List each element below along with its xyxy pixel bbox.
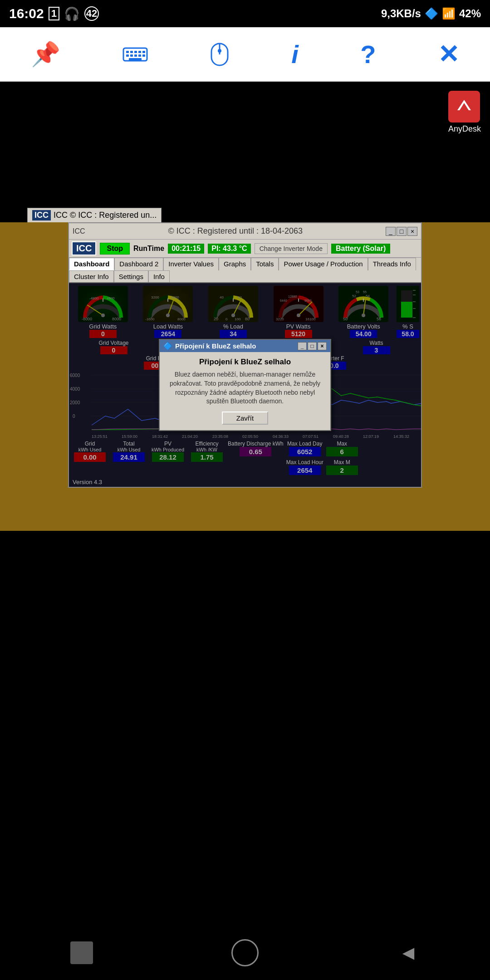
icc-titlebar: ICC © ICC : Registered until : 18-04-206… bbox=[69, 223, 421, 240]
anydesk-label: AnyDesk bbox=[448, 124, 481, 134]
home-nav-button[interactable] bbox=[229, 937, 261, 969]
icc-logo: ICC bbox=[72, 241, 96, 255]
status-battery: 42% bbox=[459, 7, 481, 20]
dialog-close-btn[interactable]: × bbox=[318, 342, 327, 350]
dialog-icon: 🔷 bbox=[163, 342, 172, 350]
icc-background: ICC © ICC : Registered until : 18-04-206… bbox=[0, 222, 490, 531]
dashboard-content: -8000 8000 -4800 4800 Grid Watts 0 bbox=[69, 283, 421, 487]
status-time: 16:02 bbox=[9, 6, 44, 21]
dialog-box: 🔷 Připojení k BlueZ selhalo _ □ × Připoj… bbox=[159, 339, 331, 431]
anydesk-icon[interactable] bbox=[448, 91, 480, 122]
icc-title-text: © ICC : Registered until : 18-04-2063 bbox=[85, 226, 386, 236]
dialog-body: Připojení k BlueZ selhalo Bluez daemon n… bbox=[160, 352, 330, 430]
icc-title-left: ICC bbox=[73, 227, 85, 235]
icc-minimize-btn[interactable]: _ bbox=[386, 227, 396, 236]
svg-rect-10 bbox=[142, 54, 145, 57]
svg-rect-9 bbox=[138, 54, 141, 57]
tab-graphs[interactable]: Graphs bbox=[219, 258, 251, 270]
square-nav-button[interactable] bbox=[66, 937, 98, 969]
status-speed: 9,3KB/s bbox=[381, 7, 421, 20]
status-extra-icon: 42 bbox=[84, 6, 99, 21]
icc-tab-label: ICC © ICC : Registered un... bbox=[54, 211, 157, 220]
icc-close-btn[interactable]: × bbox=[407, 227, 417, 236]
back-nav-button[interactable]: ◄ bbox=[392, 937, 424, 969]
svg-rect-1 bbox=[126, 51, 129, 53]
square-icon bbox=[70, 941, 93, 964]
tab-info[interactable]: Info bbox=[148, 270, 170, 282]
svg-point-14 bbox=[218, 49, 221, 53]
pi-value: PI: 43.3 °C bbox=[208, 244, 250, 254]
svg-rect-3 bbox=[134, 51, 137, 53]
dialog-titlebar: 🔷 Připojení k BlueZ selhalo _ □ × bbox=[160, 340, 330, 352]
change-inverter-button[interactable]: Change Inverter Mode bbox=[255, 243, 328, 254]
status-bluetooth-icon: 🔷 bbox=[425, 7, 438, 20]
tab-inverter-values[interactable]: Inverter Values bbox=[163, 258, 219, 270]
circle-icon bbox=[231, 939, 259, 966]
dialog-message: Bluez daemon neběží, blueman-manager nem… bbox=[167, 370, 323, 406]
tab-settings[interactable]: Settings bbox=[114, 270, 148, 282]
icc-logo-small: ICC bbox=[32, 210, 51, 220]
tab-cluster[interactable]: Cluster Info bbox=[69, 270, 114, 282]
dialog-close-button[interactable]: Zavřít bbox=[222, 412, 268, 425]
help-button[interactable]: ? bbox=[360, 39, 376, 69]
bottom-navigation: ◄ bbox=[0, 926, 490, 980]
info-button[interactable]: i bbox=[291, 39, 299, 69]
tab-power-usage[interactable]: Power Usage / Production bbox=[279, 258, 368, 270]
black-area: AnyDesk ICC ICC © ICC : Registered un... bbox=[0, 82, 490, 222]
svg-rect-6 bbox=[126, 54, 129, 57]
tab-dashboard[interactable]: Dashboard bbox=[69, 258, 114, 270]
dialog-titlebar-text: Připojení k BlueZ selhalo bbox=[172, 342, 298, 350]
svg-rect-4 bbox=[138, 51, 141, 53]
tab-totals[interactable]: Totals bbox=[251, 258, 279, 270]
mouse-button[interactable] bbox=[210, 42, 230, 67]
status-sim-icon: 1 bbox=[49, 7, 59, 20]
runtime-label: RunTime bbox=[133, 245, 164, 253]
pin-button[interactable]: 📌 bbox=[31, 40, 60, 68]
svg-rect-7 bbox=[130, 54, 133, 57]
icc-window: ICC © ICC : Registered until : 18-04-206… bbox=[68, 222, 422, 488]
dialog-maximize-btn[interactable]: □ bbox=[308, 342, 317, 350]
svg-rect-8 bbox=[134, 54, 137, 57]
icc-tab-small[interactable]: ICC ICC © ICC : Registered un... bbox=[27, 208, 162, 222]
icc-maximize-btn[interactable]: □ bbox=[397, 227, 407, 236]
dialog-overlay: 🔷 Připojení k BlueZ selhalo _ □ × Připoj… bbox=[69, 283, 421, 487]
tab-dashboard2[interactable]: Dashboard 2 bbox=[114, 258, 163, 270]
close-button[interactable]: ✕ bbox=[438, 39, 459, 69]
tab-threads[interactable]: Threads Info bbox=[368, 258, 416, 270]
icc-toolbar: ICC Stop RunTime 00:21:15 PI: 43.3 °C Ch… bbox=[69, 240, 421, 258]
status-bar: 16:02 1 🎧 42 9,3KB/s 🔷 📶 42% bbox=[0, 0, 490, 27]
status-headphones-icon: 🎧 bbox=[64, 6, 80, 21]
dialog-minimize-btn[interactable]: _ bbox=[298, 342, 307, 350]
svg-rect-5 bbox=[142, 51, 145, 53]
anydesk-icon-area: AnyDesk bbox=[448, 91, 481, 134]
runtime-value: 00:21:15 bbox=[168, 244, 204, 254]
dialog-title: Připojení k BlueZ selhalo bbox=[167, 358, 323, 367]
stop-button[interactable]: Stop bbox=[100, 243, 130, 255]
icc-nav-tabs: Dashboard Dashboard 2 Inverter Values Gr… bbox=[69, 258, 421, 283]
svg-rect-2 bbox=[130, 51, 133, 53]
battery-mode-badge: Battery (Solar) bbox=[331, 244, 390, 254]
keyboard-button[interactable] bbox=[122, 45, 148, 64]
status-signal-icon: 📶 bbox=[442, 7, 456, 20]
svg-rect-11 bbox=[129, 58, 142, 60]
remote-toolbar: 📌 i ? ✕ bbox=[0, 27, 490, 82]
